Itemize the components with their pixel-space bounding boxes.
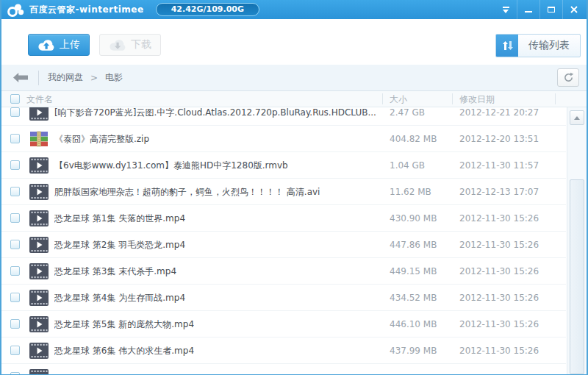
table-row[interactable]: 恐龙星球 第6集 伟大的求生者.mp4437.99 MB2012-11-30 1…	[1, 338, 566, 364]
row-checkbox[interactable]	[10, 107, 20, 117]
table-row[interactable]: 《泰囧》高清完整版.zip404.82 MB2012-12-20 13:51	[1, 126, 566, 152]
back-arrow-icon	[13, 73, 28, 82]
main-menu-button[interactable]	[495, 0, 517, 19]
upload-button-label: 上传	[60, 38, 80, 51]
file-date: 2012-11-30 15:26	[459, 266, 539, 276]
file-name[interactable]: 《泰囧》高清完整版.zip	[54, 132, 149, 145]
file-date: 2012-12-13 17:07	[459, 187, 539, 197]
upload-button[interactable]: 上传	[28, 34, 90, 56]
file-size: 1.04 GB	[390, 160, 425, 171]
row-checkbox[interactable]	[10, 372, 20, 374]
download-button[interactable]: 下载	[99, 34, 161, 56]
column-divider	[382, 93, 383, 104]
window-controls	[495, 0, 585, 19]
select-all-checkbox[interactable]	[10, 94, 20, 104]
row-checkbox[interactable]	[10, 319, 20, 329]
file-size: 11.62 MB	[390, 187, 431, 197]
minimize-button[interactable]	[517, 0, 539, 19]
cloud-upload-icon	[37, 39, 54, 51]
baidu-cloud-logo-icon	[7, 2, 25, 17]
video-file-icon	[29, 263, 49, 279]
scrollbar-thumb[interactable]	[570, 179, 584, 374]
video-file-icon	[29, 316, 49, 332]
file-date: 2012-12-20 13:51	[459, 134, 539, 144]
table-row[interactable]: 恐龙星球 第1集 失落的世界.mp4430.90 MB2012-11-30 15…	[1, 205, 566, 232]
file-size: 434.52 MB	[390, 293, 437, 303]
refresh-button[interactable]	[557, 68, 579, 87]
close-button[interactable]	[562, 0, 585, 19]
capacity-badge[interactable]: 42.42G/109.00G	[156, 3, 259, 16]
row-checkbox[interactable]	[10, 240, 20, 249]
close-icon	[570, 6, 578, 13]
column-divider	[452, 93, 453, 104]
file-name[interactable]: [响下影音720P蓝光]云图.中字.Cloud.Atlas.2012.720p.…	[54, 107, 376, 118]
file-size: 2.47 GB	[390, 107, 425, 118]
video-file-icon	[29, 237, 49, 253]
transfer-list-label: 传输列表	[518, 35, 580, 57]
minimize-icon	[525, 11, 532, 12]
file-date: 2012-11-30 15:26	[459, 293, 539, 303]
maximize-button[interactable]	[539, 0, 562, 19]
file-list: [响下影音720P蓝光]云图.中字.Cloud.Atlas.2012.720p.…	[1, 107, 566, 374]
column-header-date[interactable]: 修改日期	[459, 93, 495, 106]
file-list-area: [响下影音720P蓝光]云图.中字.Cloud.Atlas.2012.720p.…	[1, 107, 587, 374]
file-name[interactable]: 恐龙星球 第5集 新的庞然大物.mp4	[54, 318, 194, 330]
video-file-icon	[29, 369, 49, 374]
table-row[interactable]: 【6v电影www.dy131.com】泰迪熊HD中字1280版.rmvb1.04…	[1, 152, 566, 179]
table-row[interactable]: 恐龙星球 第3集 末代杀手.mp4449.15 MB2012-11-30 15:…	[1, 258, 566, 285]
file-name[interactable]: 恐龙星球 第6集 伟大的求生者.mp4	[54, 344, 194, 357]
breadcrumb-current: 电影	[105, 71, 123, 84]
file-name[interactable]: 恐龙星球 第2集 羽毛类恐龙.mp4	[54, 238, 185, 251]
file-name[interactable]: 恐龙星球 第4集 为生存而战.mp4	[54, 291, 185, 304]
transfer-arrows-icon	[496, 35, 518, 57]
table-row[interactable]: [响下影音720P蓝光]云图.中字.Cloud.Atlas.2012.720p.…	[1, 107, 566, 126]
file-name[interactable]: 恐龙星球 第1集 失落的世界.mp4	[54, 212, 185, 224]
table-row[interactable]	[1, 364, 566, 374]
row-checkbox[interactable]	[10, 134, 20, 143]
table-row[interactable]: 肥胖版国家地理杂志！超萌的豹子，鳄鱼，火烈鸟！！！！ 高清.avi11.62 M…	[1, 179, 566, 205]
window-title: 百度云管家-wintertimee	[29, 4, 144, 16]
file-size: 404.82 MB	[390, 134, 437, 144]
file-date: 2012-11-30 15:26	[459, 240, 539, 250]
scrollbar[interactable]	[567, 107, 587, 374]
toolbar: 上传 下载 传输列表	[1, 19, 587, 65]
zip-file-icon	[29, 131, 49, 147]
column-header-size[interactable]: 大小	[390, 93, 407, 106]
file-date: 2012-11-30 15:26	[459, 346, 539, 356]
column-header-name[interactable]: 文件名	[26, 93, 53, 106]
row-checkbox[interactable]	[10, 346, 20, 355]
breadcrumb-root[interactable]: 我的网盘	[48, 71, 83, 84]
file-name[interactable]: 肥胖版国家地理杂志！超萌的豹子，鳄鱼，火烈鸟！！！！ 高清.avi	[54, 185, 320, 198]
file-name[interactable]: 【6v电影www.dy131.com】泰迪熊HD中字1280版.rmvb	[54, 159, 288, 171]
row-checkbox[interactable]	[10, 187, 20, 196]
file-size: 447.86 MB	[390, 240, 437, 250]
file-date: 2012-12-21 20:27	[459, 107, 539, 118]
table-row[interactable]: 恐龙星球 第2集 羽毛类恐龙.mp4447.86 MB2012-11-30 15…	[1, 232, 566, 258]
download-button-label: 下载	[131, 38, 151, 51]
title-bar[interactable]: 百度云管家-wintertimee 42.42G/109.00G	[1, 0, 587, 19]
file-size: 449.15 MB	[390, 266, 437, 276]
row-checkbox[interactable]	[10, 160, 20, 170]
table-header: 文件名 大小 修改日期	[1, 91, 587, 107]
maximize-icon	[548, 7, 555, 12]
scroll-up-button[interactable]	[570, 110, 584, 125]
file-date: 2012-11-30 11:57	[459, 160, 539, 171]
row-checkbox[interactable]	[10, 293, 20, 302]
app-window: 百度云管家-wintertimee 42.42G/109.00G	[0, 0, 588, 375]
table-row[interactable]: 恐龙星球 第4集 为生存而战.mp4434.52 MB2012-11-30 15…	[1, 285, 566, 311]
breadcrumb-separator: >	[90, 73, 98, 83]
file-name[interactable]: 恐龙星球 第3集 末代杀手.mp4	[54, 265, 176, 277]
file-size: 437.99 MB	[390, 346, 437, 356]
video-file-icon	[29, 343, 49, 359]
breadcrumb-bar: 我的网盘 > 电影	[1, 65, 587, 91]
row-checkbox[interactable]	[10, 213, 20, 223]
file-size: 430.90 MB	[390, 213, 437, 224]
refresh-icon	[563, 72, 574, 83]
table-row[interactable]: 恐龙星球 第5集 新的庞然大物.mp4446.10 MB2012-11-30 1…	[1, 311, 566, 338]
transfer-list-button[interactable]: 传输列表	[495, 34, 581, 57]
cloud-download-icon	[109, 39, 126, 51]
row-checkbox[interactable]	[10, 266, 20, 276]
video-file-icon	[29, 107, 49, 121]
file-date: 2012-11-30 15:26	[459, 319, 539, 329]
back-button[interactable]	[13, 73, 28, 82]
